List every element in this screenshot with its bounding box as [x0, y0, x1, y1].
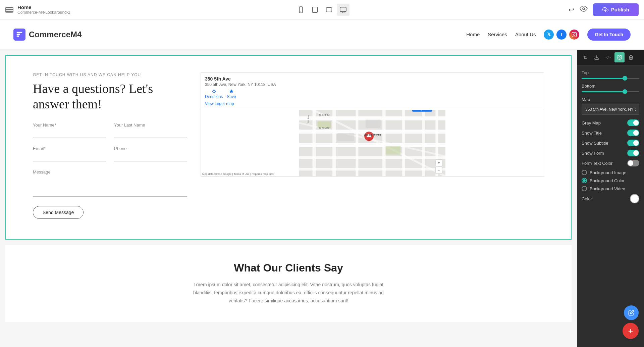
undo-button[interactable]: ↩	[569, 6, 574, 14]
svg-text:−: −	[438, 168, 440, 172]
twitter-icon[interactable]: 𝕏	[544, 30, 554, 40]
svg-rect-6	[340, 7, 346, 11]
social-icons: 𝕏 f	[544, 30, 579, 40]
phone-label: Phone	[114, 146, 187, 151]
bg-image-row: Background Image	[582, 170, 639, 175]
get-in-touch-button[interactable]: Get In Touch	[587, 29, 631, 41]
show-subtitle-label: Show Subtitle	[582, 141, 608, 146]
map-address-row: Map	[582, 97, 639, 115]
tablet-device-btn[interactable]	[309, 4, 321, 16]
svg-rect-21	[402, 103, 405, 176]
message-form-field: Message	[33, 169, 187, 198]
top-slider-track[interactable]	[582, 78, 639, 79]
home-sub: Commerce-M4-Lookaround-2	[17, 10, 70, 15]
svg-rect-29	[386, 146, 401, 155]
form-text-color-toggle[interactable]	[627, 160, 639, 166]
color-swatch[interactable]	[630, 194, 639, 203]
save-map-button[interactable]: Save	[227, 89, 236, 99]
svg-rect-20	[382, 103, 386, 176]
bottom-label: Bottom	[582, 84, 639, 89]
last-name-input[interactable]	[114, 130, 187, 138]
svg-rect-17	[313, 103, 316, 176]
bg-video-label: Background Video	[590, 186, 625, 191]
bg-image-label: Background Image	[590, 170, 626, 175]
download-tool-btn[interactable]	[592, 52, 602, 62]
top-bar-right: ↩ Publish	[569, 3, 639, 16]
show-title-row: Show Title	[582, 130, 639, 136]
svg-text:7th Ave: 7th Ave	[307, 115, 310, 123]
nav-about[interactable]: About Us	[515, 32, 536, 37]
device-switcher	[294, 4, 350, 16]
desktop-device-btn[interactable]	[337, 4, 350, 16]
main-content: GET IN TOUCH WITH US AND WE CAN HELP YOU…	[0, 50, 644, 347]
map-address-title: 350 5th Ave	[205, 76, 540, 82]
trash-tool-btn[interactable]	[626, 52, 636, 62]
show-title-toggle[interactable]	[627, 130, 639, 136]
testimonials-text: Lorem ipsum dolor sit amet, consectetur …	[188, 281, 389, 305]
map-address-input[interactable]	[582, 104, 639, 115]
svg-rect-27	[337, 133, 354, 141]
top-slider-row: Top	[582, 70, 639, 79]
instagram-icon[interactable]	[569, 30, 579, 40]
svg-rect-19	[356, 103, 358, 176]
page-content: GET IN TOUCH WITH US AND WE CAN HELP YOU…	[0, 50, 577, 347]
svg-text:350 5th Avenue: 350 5th Avenue	[364, 134, 381, 136]
show-title-label: Show Title	[582, 131, 602, 136]
color-label: Color	[582, 196, 592, 201]
menu-button[interactable]	[5, 7, 13, 13]
phone-input[interactable]	[114, 153, 187, 161]
color-row: Color	[582, 194, 639, 203]
first-name-label: Your Name*	[33, 122, 106, 128]
top-toolbar: Home Commerce-M4-Lookaround-2 ↩ Publish	[0, 0, 644, 19]
message-input[interactable]	[33, 177, 187, 197]
bottom-slider-row: Bottom	[582, 84, 639, 92]
site-header: CommerceM4 Home Services About Us 𝕏 f Ge…	[0, 19, 644, 50]
facebook-icon[interactable]: f	[556, 30, 567, 40]
bg-color-label: Background Color	[590, 178, 625, 183]
float-add-button[interactable]: +	[623, 323, 639, 339]
mobile-device-btn[interactable]	[294, 4, 307, 16]
site-nav: Home Services About Us 𝕏 f Get In Touch	[466, 29, 631, 41]
contact-eyebrow: GET IN TOUCH WITH US AND WE CAN HELP YOU	[33, 72, 187, 77]
bg-image-radio[interactable]	[582, 170, 587, 175]
bottom-slider-track[interactable]	[582, 91, 639, 92]
map-actions: Directions Save	[205, 89, 540, 99]
svg-text:W 33rd St: W 33rd St	[319, 127, 329, 129]
phone-field: Phone	[114, 146, 187, 161]
sort-tool-btn[interactable]: ⇅	[580, 52, 590, 62]
preview-button[interactable]	[580, 5, 588, 14]
float-edit-button[interactable]	[624, 305, 639, 320]
tablet-landscape-btn[interactable]	[323, 4, 335, 16]
directions-button[interactable]: Directions	[205, 89, 223, 99]
show-subtitle-toggle[interactable]	[627, 140, 639, 146]
contact-section: GET IN TOUCH WITH US AND WE CAN HELP YOU…	[5, 55, 572, 240]
first-name-input[interactable]	[33, 130, 106, 138]
bg-color-radio[interactable]	[582, 178, 587, 183]
contact-title: Have a questions? Let's answer them!	[33, 81, 187, 112]
view-larger-map-button[interactable]: View larger map	[205, 101, 234, 106]
testimonials-title: What Our Clients Say	[19, 262, 558, 274]
form-text-color-row: Form Text Color	[582, 160, 639, 166]
send-message-button[interactable]: Send Message	[33, 206, 84, 219]
contact-map: 350 5th Ave 350 5th Ave, New York, NY 10…	[201, 72, 544, 177]
svg-point-7	[583, 8, 585, 10]
bg-color-row: Background Color	[582, 178, 639, 183]
nav-home[interactable]: Home	[466, 32, 480, 37]
settings-tool-btn[interactable]	[614, 52, 625, 62]
map-field-label: Map	[582, 97, 639, 102]
publish-button[interactable]: Publish	[593, 3, 639, 16]
bg-video-radio[interactable]	[582, 186, 587, 191]
email-input[interactable]	[33, 153, 106, 161]
show-form-toggle[interactable]	[627, 150, 639, 156]
form-contact-row: Email* Phone	[33, 146, 187, 161]
home-title: Home	[17, 4, 70, 10]
gray-map-toggle[interactable]	[627, 119, 639, 126]
svg-rect-9	[572, 32, 577, 37]
nav-services[interactable]: Services	[488, 32, 507, 37]
logo-icon	[13, 29, 25, 41]
gray-map-row: Gray Map	[582, 119, 639, 126]
last-name-field: Your Last Name	[114, 122, 187, 138]
first-name-field: Your Name*	[33, 122, 106, 138]
code-tool-btn[interactable]: </>	[603, 52, 613, 62]
panel-toolbar: ⇅ </>	[577, 50, 644, 65]
